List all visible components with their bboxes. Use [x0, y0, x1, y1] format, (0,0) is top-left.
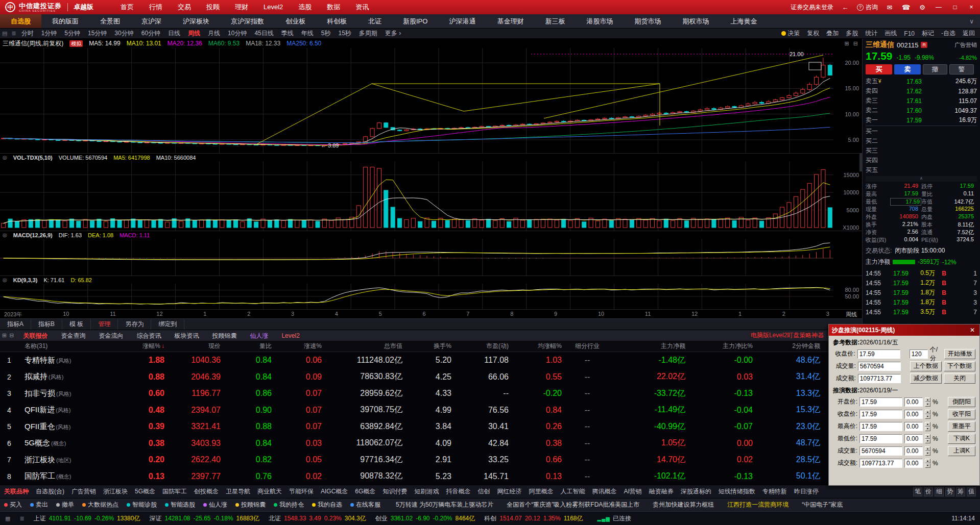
- header-amt[interactable]: 2分钟金额: [757, 342, 824, 351]
- sim-value-input-4[interactable]: [859, 446, 902, 456]
- tag-节能环保[interactable]: 节能环保: [289, 487, 314, 496]
- minimize-button[interactable]: —: [934, 4, 943, 11]
- nav-tab-我的版面[interactable]: 我的版面: [41, 14, 89, 28]
- tag-网红经济[interactable]: 网红经济: [497, 487, 521, 496]
- indicator-settings-icon[interactable]: ◎: [3, 232, 7, 238]
- tag-人工智能[interactable]: 人工智能: [560, 487, 585, 496]
- close-icon[interactable]: ✕: [968, 327, 976, 334]
- mini-button-细[interactable]: 细: [935, 487, 944, 496]
- list-tab-综合资讯[interactable]: 综合资讯: [130, 330, 168, 341]
- ticker-item-3[interactable]: 江西打造一流营商环境: [727, 501, 788, 509]
- action-智能诊股[interactable]: 智能诊股: [127, 501, 157, 509]
- header-chg[interactable]: 涨幅%↓: [119, 342, 169, 351]
- tag-昨日涨停[interactable]: 昨日涨停: [794, 487, 819, 496]
- mini-button-筹[interactable]: 筹: [956, 487, 965, 496]
- menu-item-行情[interactable]: 行情: [141, 0, 170, 14]
- sim-action-倒阴阳[interactable]: 倒阴阳: [948, 397, 975, 407]
- bid-row[interactable]: 买五: [866, 165, 977, 175]
- sim-action-上调K[interactable]: 上调K: [948, 446, 975, 456]
- spin-up-icon[interactable]: ▴: [925, 446, 930, 451]
- collapse-pane-icon[interactable]: ⊟: [853, 40, 858, 47]
- spin-down-icon[interactable]: ▾: [925, 414, 930, 419]
- header-name[interactable]: 名称(31): [22, 342, 119, 351]
- chart-tab-另存为[interactable]: 另存为: [118, 319, 151, 330]
- action-撤单[interactable]: 撤单: [56, 501, 74, 509]
- tag-短线情绪指数[interactable]: 短线情绪指数: [719, 487, 755, 496]
- tool-复权[interactable]: 复权: [807, 29, 819, 38]
- tool-F10[interactable]: F10: [904, 30, 915, 37]
- action-在线客服[interactable]: 在线客服: [350, 501, 380, 509]
- chart-tab-管理[interactable]: 管理: [91, 319, 118, 330]
- trade-button-警[interactable]: 警: [949, 64, 974, 74]
- expand-pane-icon[interactable]: ⊞: [845, 40, 849, 47]
- chart-tab-绑定到[interactable]: 绑定到: [151, 319, 184, 330]
- nav-tab-基金理财[interactable]: 基金理财: [486, 14, 534, 28]
- indicator-settings-icon[interactable]: ◎: [3, 277, 7, 283]
- grid-icon[interactable]: ⊞: [2, 332, 7, 339]
- chart-tab-指标B[interactable]: 指标B: [31, 319, 62, 330]
- trade-button-卖[interactable]: 卖: [894, 64, 921, 74]
- mini-button-值[interactable]: 值: [967, 487, 976, 496]
- phone-icon[interactable]: ☎: [901, 4, 911, 11]
- bid-row[interactable]: 买四: [866, 156, 977, 165]
- list-tab-资金查询[interactable]: 资金查询: [54, 330, 92, 341]
- ref-amount-input[interactable]: [858, 374, 901, 383]
- nav-tab-新三板[interactable]: 新三板: [534, 14, 576, 28]
- prev-data-button[interactable]: 上个数据: [910, 361, 942, 371]
- header-zlb[interactable]: 主力净比%: [689, 342, 757, 351]
- period-周线[interactable]: 周线: [188, 29, 200, 38]
- header-lb[interactable]: 量比: [225, 342, 276, 351]
- list-tab-关联报价[interactable]: 关联报价: [16, 330, 54, 341]
- nav-tab-港股市场[interactable]: 港股市场: [576, 14, 624, 28]
- tag-自选股(合)[interactable]: 自选股(合): [36, 487, 64, 496]
- ticker-item-0[interactable]: 5万转速 为50万辆电车装上驱动芯片: [396, 501, 493, 509]
- nav-tab-科创板[interactable]: 科创板: [316, 14, 357, 28]
- tag-浙江板块[interactable]: 浙江板块: [103, 487, 128, 496]
- tag-深股通标的[interactable]: 深股通标的: [681, 487, 711, 496]
- sim-pct-input-1[interactable]: [904, 410, 923, 419]
- sim-pct-input-5[interactable]: [904, 459, 923, 468]
- tag-融资融券[interactable]: 融资融券: [649, 487, 674, 496]
- spin-down-icon[interactable]: ▾: [925, 463, 930, 468]
- nav-tab-创业板[interactable]: 创业板: [275, 14, 316, 28]
- sim-value-input-1[interactable]: [859, 410, 902, 419]
- login-status[interactable]: 证券交易未登录: [791, 3, 833, 12]
- close-button[interactable]: ×: [967, 4, 976, 11]
- ask-row[interactable]: 卖五¥17.63245.6万: [866, 77, 977, 86]
- nav-tab-期权市场[interactable]: 期权市场: [672, 14, 720, 28]
- menu-item-首页[interactable]: 首页: [113, 0, 141, 14]
- menu-item-投顾[interactable]: 投顾: [199, 0, 227, 14]
- index-上证[interactable]: 上证4101.91-10.69-0.26%13380亿: [34, 514, 140, 523]
- tag-卫星导航[interactable]: 卫星导航: [226, 487, 250, 496]
- header-hs[interactable]: 换手%: [407, 342, 456, 351]
- start-play-button[interactable]: 开始播放: [944, 349, 975, 359]
- sim-pct-input-4[interactable]: [904, 446, 923, 456]
- next-data-button[interactable]: 下个数据: [944, 361, 975, 371]
- mini-button-价[interactable]: 价: [924, 487, 933, 496]
- index-北证[interactable]: 北证1548.333.490.23%304.3亿: [269, 514, 366, 523]
- ref-volume-input[interactable]: [858, 362, 901, 371]
- sim-pct-input-2[interactable]: [904, 422, 923, 431]
- period-日线[interactable]: 日线: [168, 29, 180, 38]
- period-5秒[interactable]: 5秒: [321, 29, 331, 38]
- bid-row[interactable]: 买二: [866, 136, 977, 146]
- tag-腾讯概念[interactable]: 腾讯概念: [592, 487, 616, 496]
- main-candlestick-chart[interactable]: 20.0015.0010.005.0021.00← 3.89: [0, 48, 862, 153]
- sim-action-下调K[interactable]: 下调K: [948, 434, 975, 444]
- nav-tab-沪深板块[interactable]: 沪深板块: [172, 14, 220, 28]
- list-tab-仙人涨[interactable]: 仙人涨: [243, 330, 275, 341]
- list-icon[interactable]: ≣: [11, 30, 16, 37]
- layout-icon[interactable]: ▤: [2, 30, 7, 37]
- mail-icon[interactable]: ✉: [885, 4, 894, 11]
- bid-row[interactable]: 买一: [866, 127, 977, 136]
- reduce-data-button[interactable]: 减少数据: [910, 373, 942, 384]
- action-卖出[interactable]: 卖出: [30, 501, 48, 509]
- sim-pct-input-0[interactable]: [904, 397, 923, 407]
- level2-promo-link[interactable]: 电脑版Level2盯盘策略神器: [751, 331, 824, 340]
- table-row[interactable]: 65G概念(概念)0.383403.930.840.03118062.07亿4.…: [0, 435, 862, 452]
- period-30分钟[interactable]: 30分钟: [114, 29, 133, 38]
- nav-tab-自选股[interactable]: 自选股: [0, 14, 41, 28]
- ticker-item-2[interactable]: 贵州加快建设算力枢纽: [653, 501, 714, 509]
- consult-button[interactable]: ?咨询: [857, 3, 878, 12]
- mini-button-笔[interactable]: 笔: [913, 487, 922, 496]
